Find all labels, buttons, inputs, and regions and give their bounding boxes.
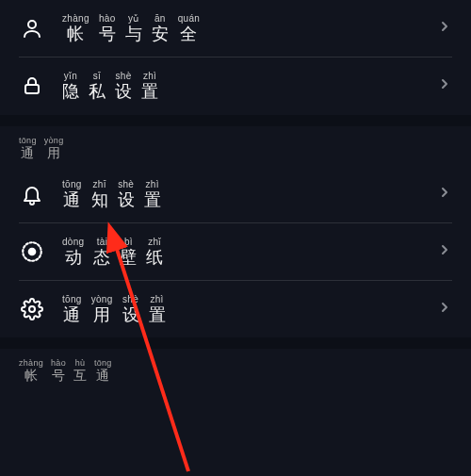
item-notification-settings[interactable]: tōng通 zhī知 shè设 zhì置 [0, 166, 471, 223]
section-header-hutong: zhàng帐 hào号 hù互 tōng通 [0, 349, 471, 388]
item-label: tōng通 zhī知 shè设 zhì置 [62, 179, 437, 210]
chevron-right-icon [437, 242, 452, 261]
chevron-right-icon [437, 19, 452, 38]
svg-point-4 [29, 306, 35, 312]
item-privacy-settings[interactable]: yǐn隐 sī私 shè设 zhì置 [0, 57, 471, 115]
item-account-security[interactable]: zhàng帐 hào号 yǔ与 ān安 quán全 [0, 0, 471, 57]
chevron-right-icon [437, 76, 452, 95]
item-label: zhàng帐 hào号 yǔ与 ān安 quán全 [62, 13, 437, 44]
item-label: dòng动 tài态 bì壁 zhǐ纸 [62, 237, 437, 268]
user-icon [19, 15, 45, 41]
svg-point-0 [28, 21, 36, 28]
svg-point-3 [29, 249, 36, 255]
svg-rect-1 [25, 85, 39, 93]
section-header-tongyong: tōng通 yòng用 [0, 126, 471, 166]
target-icon [19, 238, 45, 265]
item-label: tōng通 yòng用 shè设 zhì置 [62, 294, 437, 325]
chevron-right-icon [437, 300, 452, 319]
gear-icon [19, 296, 45, 322]
item-label: yǐn隐 sī私 shè设 zhì置 [62, 71, 437, 102]
lock-icon [19, 73, 45, 99]
item-general-settings[interactable]: tōng通 yòng用 shè设 zhì置 [0, 281, 471, 338]
chevron-right-icon [437, 185, 452, 204]
bell-icon [19, 181, 45, 207]
item-live-wallpaper[interactable]: dòng动 tài态 bì壁 zhǐ纸 [0, 223, 471, 281]
